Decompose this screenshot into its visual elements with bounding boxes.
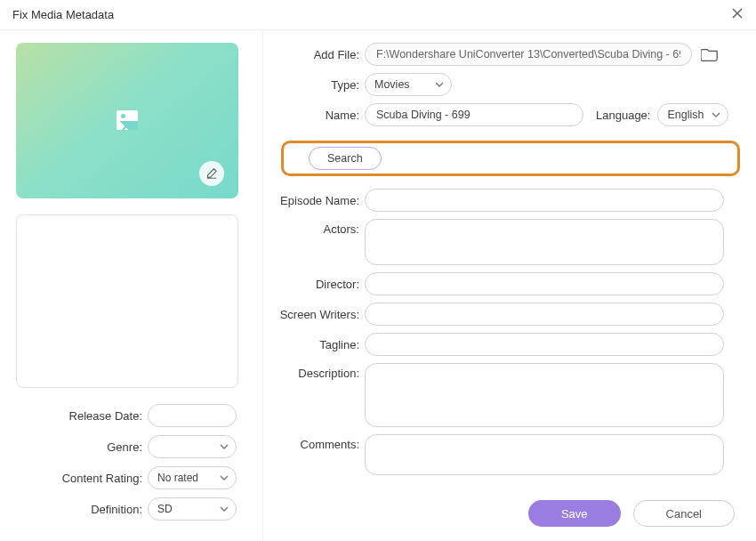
tagline-input[interactable]	[365, 333, 724, 356]
cancel-button[interactable]: Cancel	[633, 500, 735, 527]
content-rating-label: Content Rating:	[16, 472, 148, 485]
content-rating-select[interactable]: No rated	[148, 466, 237, 489]
comments-input[interactable]	[365, 434, 724, 475]
add-file-input[interactable]	[365, 43, 692, 66]
definition-select[interactable]: SD	[148, 497, 237, 521]
description-label: Description:	[276, 363, 365, 380]
genre-select[interactable]	[148, 435, 237, 458]
name-input[interactable]	[365, 103, 583, 126]
definition-label: Definition:	[16, 503, 148, 516]
edit-thumbnail-button[interactable]	[199, 161, 224, 186]
type-select[interactable]: Movies	[365, 73, 452, 96]
episode-name-input[interactable]	[365, 189, 724, 212]
save-button[interactable]: Save	[528, 500, 621, 527]
search-highlight-box: Search	[281, 141, 740, 176]
screenwriters-input[interactable]	[365, 303, 724, 326]
add-file-label: Add File:	[276, 48, 365, 61]
episode-name-label: Episode Name:	[276, 194, 365, 207]
genre-label: Genre:	[16, 440, 148, 454]
search-button[interactable]: Search	[309, 147, 382, 170]
actors-label: Actors:	[276, 219, 365, 236]
browse-folder-icon[interactable]	[701, 46, 719, 62]
window-title: Fix Media Metadata	[12, 8, 114, 21]
image-placeholder-icon	[117, 110, 138, 130]
media-preview	[16, 43, 238, 198]
language-select[interactable]: English	[657, 103, 728, 126]
screenwriters-label: Screen Writers:	[276, 308, 365, 321]
language-label: Language:	[596, 109, 650, 122]
close-icon[interactable]	[731, 7, 744, 22]
release-date-input[interactable]	[148, 404, 237, 427]
tagline-label: Tagline:	[276, 338, 365, 351]
director-label: Director:	[276, 278, 365, 291]
actors-input[interactable]	[365, 219, 724, 265]
description-input[interactable]	[365, 363, 724, 427]
director-input[interactable]	[365, 272, 724, 295]
type-label: Type:	[276, 78, 365, 92]
comments-label: Comments:	[276, 434, 365, 451]
secondary-preview	[16, 214, 238, 388]
release-date-label: Release Date:	[16, 409, 148, 423]
name-label: Name:	[276, 109, 365, 122]
